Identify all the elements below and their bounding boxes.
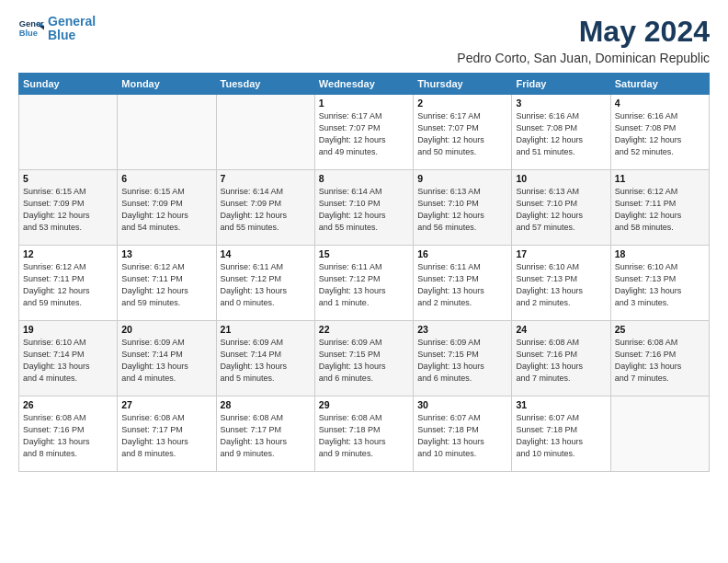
day-number: 22 <box>319 324 409 335</box>
calendar-cell: 22Sunrise: 6:09 AMSunset: 7:15 PMDayligh… <box>314 321 413 396</box>
day-number: 1 <box>319 98 409 109</box>
day-info: Sunrise: 6:13 AMSunset: 7:10 PMDaylight:… <box>516 186 606 234</box>
calendar-cell <box>610 396 709 472</box>
calendar-cell: 10Sunrise: 6:13 AMSunset: 7:10 PMDayligh… <box>512 170 610 246</box>
header-sunday: Sunday <box>19 74 118 95</box>
day-number: 16 <box>417 248 507 259</box>
header-thursday: Thursday <box>414 74 512 95</box>
calendar-cell: 17Sunrise: 6:10 AMSunset: 7:13 PMDayligh… <box>512 246 610 321</box>
calendar-cell: 28Sunrise: 6:08 AMSunset: 7:17 PMDayligh… <box>216 396 314 472</box>
week-row-0: 1Sunrise: 6:17 AMSunset: 7:07 PMDaylight… <box>19 95 710 170</box>
day-info: Sunrise: 6:07 AMSunset: 7:18 PMDaylight:… <box>516 412 606 460</box>
title-block: May 2024 Pedro Corto, San Juan, Dominica… <box>457 15 710 65</box>
day-number: 19 <box>23 324 113 335</box>
day-number: 29 <box>319 399 409 410</box>
day-number: 13 <box>121 248 211 259</box>
calendar-cell: 27Sunrise: 6:08 AMSunset: 7:17 PMDayligh… <box>118 396 216 472</box>
calendar-cell <box>19 95 118 170</box>
day-info: Sunrise: 6:12 AMSunset: 7:11 PMDaylight:… <box>23 261 113 309</box>
logo-text: General Blue <box>48 15 96 43</box>
calendar-cell: 21Sunrise: 6:09 AMSunset: 7:14 PMDayligh… <box>216 321 314 396</box>
day-info: Sunrise: 6:17 AMSunset: 7:07 PMDaylight:… <box>417 110 507 158</box>
day-info: Sunrise: 6:08 AMSunset: 7:16 PMDaylight:… <box>23 412 113 460</box>
day-number: 14 <box>221 248 311 259</box>
calendar-cell: 7Sunrise: 6:14 AMSunset: 7:09 PMDaylight… <box>216 170 314 246</box>
calendar-cell: 13Sunrise: 6:12 AMSunset: 7:11 PMDayligh… <box>118 246 216 321</box>
header-friday: Friday <box>512 74 610 95</box>
calendar-cell: 30Sunrise: 6:07 AMSunset: 7:18 PMDayligh… <box>414 396 512 472</box>
day-info: Sunrise: 6:16 AMSunset: 7:08 PMDaylight:… <box>516 110 606 158</box>
day-info: Sunrise: 6:07 AMSunset: 7:18 PMDaylight:… <box>417 412 507 460</box>
day-info: Sunrise: 6:09 AMSunset: 7:14 PMDaylight:… <box>121 337 211 385</box>
calendar-subtitle: Pedro Corto, San Juan, Dominican Republi… <box>457 51 710 65</box>
svg-text:Blue: Blue <box>19 29 38 38</box>
header-saturday: Saturday <box>610 74 709 95</box>
day-info: Sunrise: 6:08 AMSunset: 7:18 PMDaylight:… <box>319 412 409 460</box>
day-info: Sunrise: 6:09 AMSunset: 7:15 PMDaylight:… <box>417 337 507 385</box>
day-info: Sunrise: 6:10 AMSunset: 7:13 PMDaylight:… <box>516 261 606 309</box>
day-number: 17 <box>516 248 606 259</box>
day-info: Sunrise: 6:11 AMSunset: 7:12 PMDaylight:… <box>319 261 409 309</box>
day-info: Sunrise: 6:14 AMSunset: 7:09 PMDaylight:… <box>221 186 311 234</box>
logo: General Blue General Blue <box>18 15 96 43</box>
day-info: Sunrise: 6:12 AMSunset: 7:11 PMDaylight:… <box>615 186 705 234</box>
calendar-cell: 25Sunrise: 6:08 AMSunset: 7:16 PMDayligh… <box>610 321 709 396</box>
day-number: 10 <box>516 173 606 184</box>
day-number: 11 <box>615 173 705 184</box>
day-number: 4 <box>615 98 705 109</box>
day-info: Sunrise: 6:13 AMSunset: 7:10 PMDaylight:… <box>417 186 507 234</box>
calendar-cell: 29Sunrise: 6:08 AMSunset: 7:18 PMDayligh… <box>314 396 413 472</box>
day-info: Sunrise: 6:12 AMSunset: 7:11 PMDaylight:… <box>121 261 211 309</box>
calendar-cell: 6Sunrise: 6:15 AMSunset: 7:09 PMDaylight… <box>118 170 216 246</box>
header-monday: Monday <box>118 74 216 95</box>
logo-icon: General Blue <box>18 16 44 41</box>
calendar-table: SundayMondayTuesdayWednesdayThursdayFrid… <box>18 73 710 472</box>
day-number: 23 <box>417 324 507 335</box>
calendar-cell: 3Sunrise: 6:16 AMSunset: 7:08 PMDaylight… <box>512 95 610 170</box>
day-info: Sunrise: 6:08 AMSunset: 7:16 PMDaylight:… <box>615 337 705 385</box>
calendar-cell: 23Sunrise: 6:09 AMSunset: 7:15 PMDayligh… <box>414 321 512 396</box>
day-number: 28 <box>221 399 311 410</box>
day-info: Sunrise: 6:11 AMSunset: 7:13 PMDaylight:… <box>417 261 507 309</box>
calendar-cell <box>118 95 216 170</box>
day-number: 6 <box>121 173 211 184</box>
calendar-header-row: SundayMondayTuesdayWednesdayThursdayFrid… <box>19 74 710 95</box>
calendar-cell: 4Sunrise: 6:16 AMSunset: 7:08 PMDaylight… <box>610 95 709 170</box>
calendar-cell: 18Sunrise: 6:10 AMSunset: 7:13 PMDayligh… <box>610 246 709 321</box>
calendar-title: May 2024 <box>457 15 710 49</box>
day-number: 27 <box>121 399 211 410</box>
day-number: 7 <box>221 173 311 184</box>
day-number: 3 <box>516 98 606 109</box>
day-number: 30 <box>417 399 507 410</box>
week-row-4: 26Sunrise: 6:08 AMSunset: 7:16 PMDayligh… <box>19 396 710 472</box>
day-number: 26 <box>23 399 113 410</box>
logo-line1: General <box>48 14 96 29</box>
calendar-cell: 2Sunrise: 6:17 AMSunset: 7:07 PMDaylight… <box>414 95 512 170</box>
day-number: 18 <box>615 248 705 259</box>
day-number: 31 <box>516 399 606 410</box>
header: General Blue General Blue May 2024 Pedro… <box>18 15 710 65</box>
day-info: Sunrise: 6:10 AMSunset: 7:14 PMDaylight:… <box>23 337 113 385</box>
day-info: Sunrise: 6:16 AMSunset: 7:08 PMDaylight:… <box>615 110 705 158</box>
day-number: 21 <box>221 324 311 335</box>
calendar-cell: 11Sunrise: 6:12 AMSunset: 7:11 PMDayligh… <box>610 170 709 246</box>
day-number: 8 <box>319 173 409 184</box>
day-number: 24 <box>516 324 606 335</box>
day-info: Sunrise: 6:09 AMSunset: 7:15 PMDaylight:… <box>319 337 409 385</box>
calendar-cell: 19Sunrise: 6:10 AMSunset: 7:14 PMDayligh… <box>19 321 118 396</box>
calendar-cell: 31Sunrise: 6:07 AMSunset: 7:18 PMDayligh… <box>512 396 610 472</box>
header-wednesday: Wednesday <box>314 74 413 95</box>
week-row-1: 5Sunrise: 6:15 AMSunset: 7:09 PMDaylight… <box>19 170 710 246</box>
day-info: Sunrise: 6:11 AMSunset: 7:12 PMDaylight:… <box>221 261 311 309</box>
day-number: 25 <box>615 324 705 335</box>
day-info: Sunrise: 6:17 AMSunset: 7:07 PMDaylight:… <box>319 110 409 158</box>
calendar-cell: 26Sunrise: 6:08 AMSunset: 7:16 PMDayligh… <box>19 396 118 472</box>
day-info: Sunrise: 6:14 AMSunset: 7:10 PMDaylight:… <box>319 186 409 234</box>
calendar-cell: 20Sunrise: 6:09 AMSunset: 7:14 PMDayligh… <box>118 321 216 396</box>
calendar-cell: 8Sunrise: 6:14 AMSunset: 7:10 PMDaylight… <box>314 170 413 246</box>
calendar-cell <box>216 95 314 170</box>
day-info: Sunrise: 6:08 AMSunset: 7:16 PMDaylight:… <box>516 337 606 385</box>
header-tuesday: Tuesday <box>216 74 314 95</box>
calendar-cell: 16Sunrise: 6:11 AMSunset: 7:13 PMDayligh… <box>414 246 512 321</box>
page: General Blue General Blue May 2024 Pedro… <box>0 0 728 563</box>
